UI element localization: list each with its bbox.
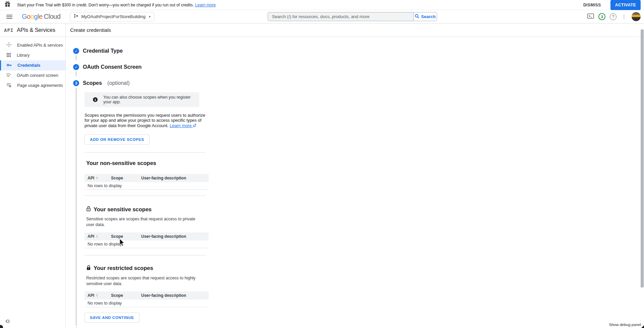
top-nav: GoogleCloud MyOAuthProjectForStoreBuildi… — [0, 10, 644, 23]
notifications-badge[interactable]: 3 — [598, 13, 605, 20]
agreements-icon — [6, 83, 11, 89]
collapse-sidebar-icon[interactable] — [5, 319, 10, 325]
search-icon — [415, 14, 419, 19]
non-sensitive-scopes-section: Your non-sensitive scopes API ↑ Scope Us… — [85, 160, 644, 190]
scrollbar-thumb[interactable] — [641, 30, 644, 287]
add-or-remove-scopes-button[interactable]: ADD OR REMOVE SCOPES — [85, 134, 150, 145]
step-scopes: 3 Scopes (optional) — [73, 80, 644, 86]
header-band: API APIs & Services Create credentials — [0, 23, 644, 37]
chevron-down-icon: ▾ — [149, 15, 151, 18]
divider — [85, 152, 205, 153]
step3-label: Scopes — [83, 80, 102, 86]
column-header-scope[interactable]: Scope — [111, 293, 141, 298]
api-icon: API — [4, 28, 13, 33]
activate-button[interactable]: ACTIVATE — [610, 0, 641, 10]
cloud-shell-icon[interactable] — [587, 13, 594, 20]
sidebar-item-oauth-consent[interactable]: OAuth consent screen — [0, 70, 65, 80]
sort-asc-icon: ↑ — [96, 176, 98, 180]
step3-number: 3 — [73, 80, 79, 86]
scopes-description: Scopes express the permissions you reque… — [85, 113, 207, 128]
sidebar-item-library[interactable]: Library — [0, 50, 65, 60]
project-name: MyOAuthProjectForStoreBuilding — [81, 14, 145, 19]
lock-open-icon — [86, 206, 91, 213]
info-icon: i — [93, 97, 98, 102]
scopes-table: API ↑ Scope User-facing description No r… — [85, 291, 209, 307]
lock-icon — [86, 265, 91, 272]
step1-check-icon: ✓ — [73, 48, 79, 54]
section-description: Sensitive scopes are scopes that request… — [86, 216, 202, 228]
sidebar-title: APIs & Services — [17, 27, 55, 33]
restricted-scopes-section: Your restricted scopes Restricted scopes… — [85, 265, 644, 307]
hamburger-menu-icon[interactable] — [6, 15, 12, 19]
search-box: Search — [268, 12, 437, 21]
section-description: Restricted scopes are scopes that reques… — [86, 275, 202, 287]
page-title: Create credentials — [70, 27, 111, 33]
empty-table-row: No rows to display — [85, 182, 209, 190]
empty-table-row: No rows to display — [85, 240, 209, 248]
sidebar-item-page-usage[interactable]: Page usage agreements — [0, 80, 65, 91]
sensitive-scopes-section: Your sensitive scopes Sensitive scopes a… — [85, 206, 644, 248]
google-cloud-logo[interactable]: GoogleCloud — [22, 13, 60, 20]
google-logo-word: Google — [22, 13, 43, 20]
search-input[interactable] — [268, 12, 413, 21]
step-connector — [76, 55, 76, 60]
enabled-apis-icon — [6, 42, 11, 48]
column-header-scope[interactable]: Scope — [111, 234, 141, 239]
scopes-panel: i You can also choose scopes when you re… — [76, 88, 644, 326]
sort-asc-icon: ↑ — [96, 293, 98, 298]
consent-screen-icon — [6, 73, 11, 78]
gift-icon — [5, 1, 10, 8]
key-icon — [6, 63, 12, 68]
column-header-description[interactable]: User-facing description — [141, 293, 186, 298]
main-content: ✓ Credential Type ✓ OAuth Consent Screen… — [66, 37, 644, 328]
dismiss-button[interactable]: DISMISS — [579, 0, 606, 10]
help-icon[interactable]: ? — [610, 13, 616, 20]
save-and-continue-button[interactable]: SAVE AND CONTINUE — [85, 313, 140, 323]
trial-banner-text: Start your Free Trial with $300 in credi… — [17, 3, 194, 7]
step-credential-type: ✓ Credential Type — [73, 48, 644, 54]
column-header-description[interactable]: User-facing description — [141, 234, 186, 239]
sort-asc-icon: ↑ — [96, 234, 98, 239]
divider — [85, 196, 205, 196]
column-header-description[interactable]: User-facing description — [141, 176, 186, 180]
scopes-learn-more-link[interactable]: Learn more — [170, 123, 196, 128]
vertical-scrollbar[interactable] — [640, 23, 644, 328]
step3-optional-label: (optional) — [107, 80, 130, 86]
project-selector[interactable]: MyOAuthProjectForStoreBuilding ▾ — [70, 12, 154, 21]
more-options-icon[interactable]: ⋮ — [621, 14, 627, 20]
scopes-table: API ↑ Scope User-facing description No r… — [85, 174, 209, 190]
sidebar-item-credentials[interactable]: Credentials — [0, 60, 65, 70]
step-connector — [76, 71, 76, 76]
sidebar-item-enabled-apis[interactable]: Enabled APIs & services — [0, 40, 65, 50]
column-header-api[interactable]: API ↑ — [88, 293, 111, 298]
scopes-table: API ↑ Scope User-facing description No r… — [85, 232, 209, 248]
debug-panel-corner[interactable] — [641, 325, 644, 328]
step-oauth-consent: ✓ OAuth Consent Screen — [73, 64, 644, 70]
project-icon — [73, 13, 78, 20]
column-header-api[interactable]: API ↑ — [88, 234, 111, 239]
library-icon — [6, 53, 11, 58]
section-title: Your restricted scopes — [94, 265, 153, 271]
external-link-icon — [193, 124, 196, 127]
show-debug-panel-link[interactable]: Show debug panel — [609, 323, 641, 327]
avatar[interactable] — [632, 12, 641, 21]
section-title: Your sensitive scopes — [94, 206, 152, 213]
nav-icons: 3 ? ⋮ — [587, 10, 641, 23]
trial-banner: Start your Free Trial with $300 in credi… — [0, 0, 644, 10]
scopes-info-box: i You can also choose scopes when you re… — [85, 92, 199, 107]
sidebar-header: API APIs & Services — [0, 23, 66, 37]
divider — [85, 255, 205, 256]
empty-table-row: No rows to display — [85, 299, 209, 307]
column-header-scope[interactable]: Scope — [111, 176, 141, 180]
search-button[interactable]: Search — [413, 12, 437, 21]
step1-label: Credential Type — [83, 48, 123, 54]
scopes-info-text: You can also choose scopes when you regi… — [103, 95, 196, 104]
step2-check-icon: ✓ — [73, 64, 79, 70]
trial-learn-more-link[interactable]: Learn more — [195, 3, 216, 7]
cloud-logo-word: Cloud — [44, 13, 61, 20]
column-header-api[interactable]: API ↑ — [88, 176, 111, 180]
step2-label: OAuth Consent Screen — [83, 64, 142, 70]
sidebar: Enabled APIs & services Library Credenti… — [0, 37, 66, 328]
section-title: Your non-sensitive scopes — [86, 160, 644, 166]
